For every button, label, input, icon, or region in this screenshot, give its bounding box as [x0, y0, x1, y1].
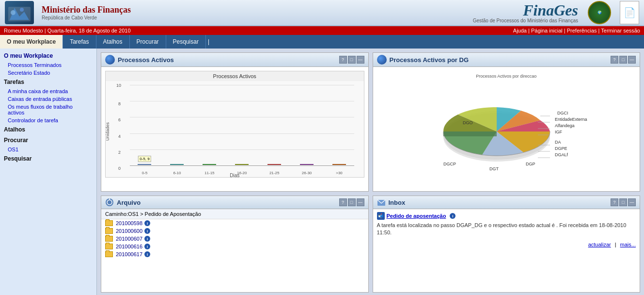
bars-area: 0-5, 9: [130, 85, 354, 165]
bar-21-25: [267, 164, 281, 165]
svg-text:DA: DA: [555, 140, 561, 145]
panel-inbox-title: Inbox: [389, 199, 611, 206]
panel-inbox-question-icon[interactable]: ?: [611, 198, 618, 206]
logo-shape: [5, 1, 34, 24]
sidebar-item-os1[interactable]: OS1: [0, 146, 96, 153]
nav-item-workplace[interactable]: O meu Workplace: [0, 35, 63, 49]
archive-item-label-1: 201000600: [116, 228, 142, 234]
sidebar-item-processos-terminados[interactable]: Processos Terminados: [0, 61, 96, 69]
y-label-8: 8: [118, 101, 121, 106]
terminar-sessao-link[interactable]: Terminar sessão: [601, 28, 640, 33]
svg-text:DGCI: DGCI: [557, 111, 568, 115]
info-icon-1[interactable]: i: [144, 228, 150, 234]
panel-inbox-icons: ? □ —: [611, 198, 636, 206]
panel-dg-question-icon[interactable]: ?: [611, 56, 618, 64]
panel-processos-question-icon[interactable]: ?: [339, 56, 347, 64]
panel-processos-restore-icon[interactable]: □: [348, 56, 356, 64]
y-label-6: 6: [118, 117, 121, 122]
preferencias-link[interactable]: Preferências: [567, 28, 597, 33]
y-label-10: 10: [116, 83, 121, 88]
pie-chart-svg: DGO DGCI EntidadeExterna Alfandega IGF D…: [414, 76, 598, 182]
panel-processos-minimize-icon[interactable]: —: [357, 56, 364, 64]
sidebar-procurar-label[interactable]: Procurar: [0, 135, 96, 146]
globe-icon-dg: [377, 55, 387, 65]
pagina-inicial-link[interactable]: Página inicial: [531, 28, 563, 33]
bar-26-30: [300, 164, 314, 165]
inbox-header-icon: [377, 198, 386, 207]
nav-item-atalhos[interactable]: Atalhos: [96, 35, 130, 49]
panel-arquivo-restore-icon[interactable]: □: [348, 198, 356, 206]
archive-item-label-0: 201000598: [116, 220, 142, 226]
pie-chart-title: Processos Activos por direccao: [476, 74, 536, 79]
inbox-actions: actualizar | mais...: [373, 240, 640, 249]
svg-text:IGF: IGF: [555, 130, 563, 134]
archive-item-1[interactable]: 201000600 i: [101, 227, 368, 235]
panel-processos-dg-body: Processos Activos por direccao: [373, 67, 640, 191]
inbox-actualizar-link[interactable]: actualizar: [588, 242, 611, 247]
panel-processos-activos-body: Processos Activos Unidades 10 8 6 4 2: [101, 67, 368, 191]
svg-text:DGO: DGO: [463, 120, 473, 125]
inbox-item-body: A tarefa está localizada no passo DGAP_D…: [377, 220, 636, 237]
archive-item-4[interactable]: 201000617 i: [101, 250, 368, 258]
folder-icon-0: [105, 220, 113, 226]
bar-group-gt30: [325, 164, 354, 165]
sidebar-item-secretario-estado[interactable]: Secretário Estado: [0, 69, 96, 77]
bar-group-21-25: [260, 164, 289, 165]
bar-group-11-15: [195, 164, 224, 165]
sidebar-item-controlador[interactable]: Controlador de tarefa: [0, 116, 96, 124]
bar-chart: Processos Activos Unidades 10 8 6 4 2: [105, 71, 364, 178]
archive-item-label-3: 201000616: [116, 244, 142, 249]
navbar: O meu Workplace Tarefas Atalhos Procurar…: [0, 35, 644, 49]
sidebar-pesquisar-label[interactable]: Pesquisar: [0, 153, 96, 164]
nav-item-procurar[interactable]: Procurar: [130, 35, 166, 49]
globe-icon-processos: [105, 55, 115, 65]
archive-item-0[interactable]: 201000598 i: [101, 219, 368, 227]
folder-icon-2: [105, 236, 113, 242]
archive-item-3[interactable]: 201000616 i: [101, 243, 368, 250]
folder-icon-4: [105, 251, 113, 257]
finages-subtitle: Gestão de Processos do Ministério das Fi…: [473, 18, 578, 23]
header-right: FinaGes Gestão de Processos do Ministéri…: [473, 1, 639, 24]
sidebar-atalhos-label[interactable]: Atalhos: [0, 124, 96, 135]
archive-item-label-2: 201000607: [116, 236, 142, 242]
panel-processos-icons: ? □ —: [339, 56, 364, 64]
arquivo-items: 201000598 i 201000600 i 201000607 i: [101, 219, 368, 258]
panel-inbox-restore-icon[interactable]: □: [619, 198, 627, 206]
inbox-item: 📬 Pedido de aposentação i A tarefa está …: [373, 209, 640, 240]
panel-arquivo-minimize-icon[interactable]: —: [357, 198, 364, 206]
sidebar: O meu Workplace Processos Terminados Sec…: [0, 49, 97, 295]
sidebar-workplace-label[interactable]: O meu Workplace: [0, 50, 96, 61]
info-icon-2[interactable]: i: [144, 236, 150, 242]
statusbar: Romeu Modesto | Quarta-feira, 18 de Agos…: [0, 26, 644, 35]
panel-processos-activos: Processos Activos ? □ — Processos Activo…: [101, 52, 369, 192]
sidebar-item-caixas-publicas[interactable]: Caixas de entrada públicas: [0, 95, 96, 103]
nav-item-pesquisar[interactable]: Pesquisar: [166, 35, 206, 49]
info-icon-3[interactable]: i: [144, 244, 150, 249]
sidebar-tarefas-label[interactable]: Tarefas: [0, 77, 96, 87]
info-icon-0[interactable]: i: [144, 220, 150, 226]
panel-arquivo-question-icon[interactable]: ?: [339, 198, 347, 206]
ajuda-link[interactable]: Ajuda: [513, 28, 527, 33]
archive-item-2[interactable]: 201000607 i: [101, 235, 368, 243]
inbox-mais-link[interactable]: mais...: [620, 242, 636, 247]
inbox-info-icon[interactable]: i: [450, 213, 456, 219]
svg-text:DGP: DGP: [526, 162, 535, 166]
y-label-0: 0: [118, 166, 121, 171]
info-icon-4[interactable]: i: [144, 251, 150, 257]
sidebar-item-fluxos[interactable]: Os meus fluxos de trabalho activos: [0, 103, 96, 116]
y-label-4: 4: [118, 134, 121, 139]
panel-dg-restore-icon[interactable]: □: [619, 56, 627, 64]
finages-logo: FinaGes Gestão de Processos do Ministéri…: [473, 2, 578, 23]
panel-dg-minimize-icon[interactable]: —: [628, 56, 636, 64]
finages-title: FinaGes: [523, 2, 578, 18]
header-left: Ministério das Finanças República de Cab…: [5, 1, 131, 24]
inbox-item-title-text[interactable]: Pedido de aposentação: [387, 213, 446, 219]
bar-16-20: [235, 164, 249, 165]
bottom-panels-row: Arquivo ? □ — Caminho:OS1 > Pedido de Ap…: [101, 196, 640, 293]
panel-arquivo: Arquivo ? □ — Caminho:OS1 > Pedido de Ap…: [101, 196, 369, 293]
inbox-item-icon: 📬: [377, 212, 385, 220]
panel-inbox-minimize-icon[interactable]: —: [628, 198, 636, 206]
folder-icon-3: [105, 244, 113, 249]
nav-item-tarefas[interactable]: Tarefas: [63, 35, 96, 49]
sidebar-item-caixa-entrada[interactable]: A minha caixa de entrada: [0, 87, 96, 95]
